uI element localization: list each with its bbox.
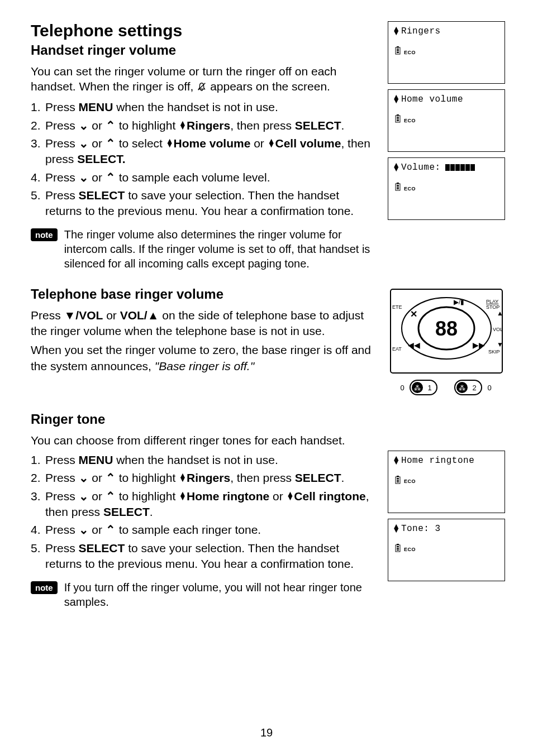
svg-rect-50 [397, 549, 399, 551]
chevron-up-icon: ⌃ [106, 118, 116, 133]
step-item: Press ⌄ or ⌃ to sample each ringer tone. [31, 522, 374, 538]
lcd-column-1: Ringers ECO Home volume ECO Volume: ECO [388, 21, 505, 286]
chevron-down-icon: ⌄ [79, 170, 89, 185]
note-block-2: note If you turn off the ringer volume, … [31, 580, 374, 609]
step-item: Press SELECT to save your selection. The… [31, 188, 374, 219]
svg-text:SKIP: SKIP [488, 349, 500, 355]
down-triangle-icon: ▼ [64, 309, 76, 322]
up-triangle-icon: ▲ [147, 309, 159, 322]
subheading-ringer-tone: Ringer tone [31, 412, 374, 427]
updown-icon [394, 525, 399, 533]
svg-text:EAT: EAT [392, 346, 402, 352]
steps-list-ringer-tone: Press MENU when the handset is not in us… [31, 452, 374, 572]
page-number: 19 [0, 726, 533, 739]
section-base-ringer: Telephone base ringer volume Press ▼/VOL… [31, 286, 505, 400]
lcd-column-2: Home ringtone ECO Tone: 3 ECO [388, 412, 505, 625]
lcd-text: Volume: [401, 162, 441, 173]
svg-rect-45 [397, 481, 399, 482]
chevron-up-icon: ⌃ [106, 489, 116, 504]
volume-bars [445, 164, 475, 171]
eco-label: ECO [404, 118, 416, 123]
svg-rect-12 [397, 183, 399, 184]
svg-rect-14 [397, 186, 399, 188]
svg-rect-7 [397, 114, 399, 116]
updown-icon [394, 95, 399, 103]
updown-icon [394, 27, 399, 35]
svg-text:2: 2 [472, 384, 476, 392]
lcd-text: Home ringtone [401, 456, 474, 466]
base-display: 88 [435, 317, 458, 340]
svg-text:▶▶: ▶▶ [473, 341, 485, 350]
svg-text:▲: ▲ [497, 309, 503, 317]
svg-text:PLAY: PLAY [486, 299, 498, 304]
updown-icon [179, 121, 187, 129]
step-item: Press SELECT to save your selection. The… [31, 540, 374, 572]
battery-icon [394, 114, 402, 126]
page-title: Telephone settings [31, 21, 374, 40]
svg-rect-15 [397, 188, 399, 189]
step-item: Press ⌄ or ⌃ to highlight Home ringtone … [31, 489, 374, 520]
svg-rect-44 [397, 480, 399, 481]
updown-icon [179, 492, 187, 500]
lcd-volume: Volume: ECO [388, 157, 505, 220]
svg-text:1: 1 [427, 384, 431, 392]
lcd-text: Home volume [401, 94, 463, 104]
chevron-down-icon: ⌄ [79, 522, 89, 538]
note-badge: note [31, 228, 58, 241]
chevron-down-icon: ⌄ [79, 470, 89, 486]
eco-label: ECO [404, 50, 416, 55]
eco-label: ECO [404, 186, 416, 192]
svg-rect-43 [397, 478, 399, 479]
chevron-up-icon: ⌃ [106, 470, 116, 486]
svg-rect-42 [397, 476, 399, 477]
svg-text:0: 0 [400, 384, 404, 392]
subheading-base-ringer: Telephone base ringer volume [31, 286, 374, 302]
battery-icon [394, 476, 402, 487]
svg-text:⁂: ⁂ [459, 384, 465, 392]
svg-rect-5 [397, 52, 399, 53]
updown-icon [286, 492, 294, 500]
battery-icon [394, 183, 402, 194]
svg-rect-49 [397, 548, 399, 549]
bell-off-icon [197, 80, 207, 95]
lcd-home-volume: Home volume ECO [388, 89, 505, 152]
chevron-up-icon: ⌃ [106, 522, 116, 538]
svg-text:ETE: ETE [392, 304, 402, 310]
svg-text:⁂: ⁂ [414, 384, 421, 392]
base-unit-diagram: 88 ✕ ▶/▮ ◀◀ ▶▶ ETE EAT PLAY STOP VOL SKI… [388, 286, 505, 400]
updown-icon [179, 473, 187, 481]
section-handset-ringer: Telephone settings Handset ringer volume… [31, 21, 505, 286]
step-item: Press MENU when the handset is not in us… [31, 452, 374, 468]
step-item: Press ⌄ or ⌃ to highlight Ringers, then … [31, 470, 374, 486]
svg-text:VOL: VOL [493, 327, 503, 332]
svg-rect-2 [397, 46, 399, 47]
subheading-handset-ringer: Handset ringer volume [31, 42, 374, 58]
note-text: The ringer volume also determines the ri… [64, 227, 374, 271]
intro-part-b: appears on the screen. [210, 80, 330, 93]
step-item: Press ⌄ or ⌃ to sample each volume level… [31, 170, 374, 185]
svg-text:▼: ▼ [497, 341, 503, 348]
battery-icon [394, 544, 402, 556]
steps-list-ringer-volume: Press MENU when the handset is not in us… [31, 99, 374, 219]
updown-icon [394, 457, 399, 465]
step-item: Press MENU when the handset is not in us… [31, 99, 374, 115]
svg-rect-8 [397, 117, 399, 118]
lcd-text: Tone: 3 [401, 524, 441, 534]
chevron-down-icon: ⌄ [79, 136, 89, 151]
lcd-home-ringtone: Home ringtone ECO [388, 451, 505, 513]
svg-rect-4 [397, 50, 399, 51]
updown-icon [166, 139, 174, 147]
chevron-up-icon: ⌃ [106, 136, 116, 151]
step-item: Press ⌄ or ⌃ to highlight Ringers, then … [31, 118, 374, 133]
chevron-up-icon: ⌃ [106, 170, 116, 185]
updown-icon [394, 164, 399, 171]
base-para-1: Press ▼/VOL or VOL/▲ on the side of tele… [31, 308, 374, 339]
note-text: If you turn off the ringer volume, you w… [64, 580, 374, 609]
svg-rect-10 [397, 120, 399, 121]
svg-rect-48 [397, 546, 399, 547]
updown-icon [268, 139, 275, 147]
note-badge: note [31, 581, 58, 594]
svg-rect-3 [397, 49, 399, 50]
step-item: Press ⌄ or ⌃ to select Home volume or Ce… [31, 136, 374, 168]
svg-text:▶/▮: ▶/▮ [454, 298, 464, 306]
